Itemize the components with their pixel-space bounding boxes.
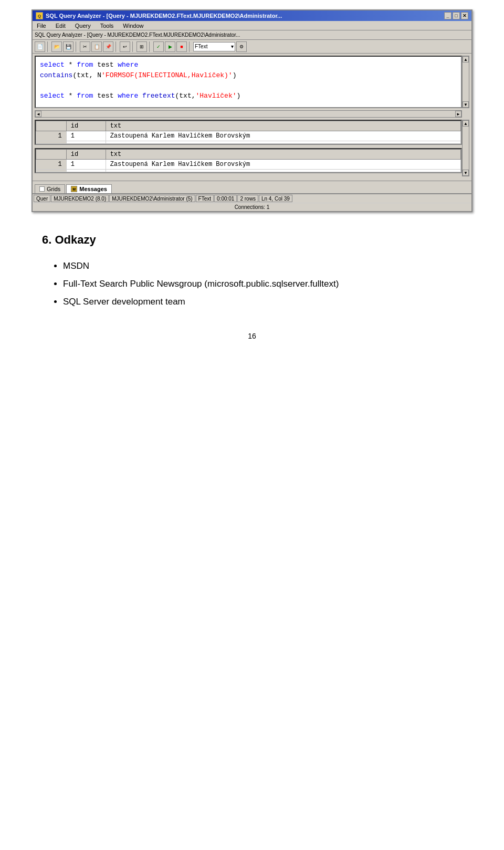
tb-sep-6	[189, 41, 191, 52]
bullet-item-1: Full-Text Search Public Newsgroup (micro…	[63, 275, 462, 293]
minimize-button[interactable]: _	[444, 12, 452, 19]
menu-tools[interactable]: Tools	[98, 22, 116, 29]
result2-row-1: 1 1 Zastoupená Karlem Havlíčkem Borovský…	[36, 160, 461, 170]
status-bar: Quer MJUREKDEMO2 (8.0) MJUREKDEMO2\Admin…	[33, 193, 471, 203]
save-button[interactable]: 💾	[63, 41, 74, 52]
tb-sep-3	[116, 41, 118, 52]
result-table-2: id txt 1 1 Zastoupená Karlem Havlíčkem B…	[36, 149, 461, 172]
results-scroll-up[interactable]: ▲	[463, 120, 469, 127]
result1-id-1: 1	[66, 131, 106, 141]
query-editor[interactable]: select * from test where contains(txt, N…	[36, 57, 461, 104]
status-rows: 2 rows	[237, 195, 258, 202]
messages-icon: M	[71, 186, 77, 192]
result1-col-id: id	[66, 121, 106, 131]
page-number: 16	[0, 332, 504, 351]
results-scroll-down[interactable]: ▼	[463, 170, 469, 176]
result1-rownum-1: 1	[36, 131, 67, 141]
tb-sep-2	[76, 41, 78, 52]
result1-col-txt: txt	[106, 121, 460, 131]
result1-rownum-empty	[36, 141, 67, 144]
result1-row-1: 1 1 Zastoupená Karlem Havlíčkem Borovský…	[36, 131, 461, 141]
menu-window[interactable]: Window	[121, 22, 145, 29]
tb-extra[interactable]: ⚙	[236, 41, 247, 52]
main-content: select * from test where contains(txt, N…	[33, 54, 471, 181]
bullet-item-2: SQL Server development team	[63, 293, 462, 311]
menu-query[interactable]: Query	[73, 22, 93, 29]
scroll-up[interactable]: ▲	[463, 56, 469, 62]
result2-rownum-1: 1	[36, 160, 67, 170]
status-user: MJUREKDEMO2\Administrator (5)	[109, 195, 195, 202]
query-pane-wrapper: select * from test where contains(txt, N…	[35, 56, 469, 108]
title-bar-controls[interactable]: _ □ ✕	[444, 12, 468, 19]
query-pane[interactable]: select * from test where contains(txt, N…	[35, 56, 462, 108]
menu-edit[interactable]: Edit	[54, 22, 68, 29]
open-button[interactable]: 📂	[51, 41, 62, 52]
grid-button[interactable]: ⊞	[136, 41, 147, 52]
result2-row-empty	[36, 170, 461, 172]
result2-txt-empty	[106, 170, 460, 172]
toolbar: 📄 📂 💾 ✂ 📋 📌 ↩ ⊞ ✓ ▶ ■ FText ▾ ⚙	[33, 40, 471, 54]
result1-row-empty	[36, 141, 461, 144]
db-dropdown-arrow: ▾	[231, 44, 234, 49]
connections-bar: Connections: 1	[33, 203, 471, 211]
bullet-list: MSDN Full-Text Search Public Newsgroup (…	[42, 257, 462, 311]
tab-messages[interactable]: M Messages	[66, 184, 112, 193]
query-hscrollbar-row: ◄ ►	[35, 110, 469, 118]
check-button[interactable]: ✓	[153, 41, 164, 52]
section-heading: 6. Odkazy	[42, 233, 462, 247]
result1-col-empty	[36, 121, 67, 131]
grids-checkbox[interactable]	[39, 186, 45, 192]
stop-button[interactable]: ■	[176, 41, 187, 52]
db-dropdown-value: FText	[195, 44, 207, 49]
new-query-button[interactable]: 📄	[35, 41, 45, 52]
result2-col-txt: txt	[106, 150, 460, 160]
query-vscrollbar[interactable]: ▲ ▼	[462, 56, 469, 108]
results-vscrollbar[interactable]: ▲ ▼	[462, 120, 469, 176]
messages-tab-label: Messages	[79, 186, 107, 192]
tab-grids[interactable]: Grids	[35, 184, 65, 193]
scroll-down[interactable]: ▼	[463, 101, 469, 108]
status-query: Quer	[34, 195, 50, 202]
copy-button[interactable]: 📋	[91, 41, 102, 52]
status-server: MJUREKDEMO2 (8.0)	[51, 195, 109, 202]
result-table-1: id txt 1 1 Zastoupená Karlem Havlíčkem B…	[36, 121, 461, 144]
scroll-left[interactable]: ◄	[35, 111, 41, 117]
menu-file[interactable]: File	[35, 22, 48, 29]
maximize-button[interactable]: □	[453, 12, 460, 19]
sql-window: Q SQL Query Analyzer - [Query - MJUREKDE…	[32, 9, 472, 212]
scroll-right[interactable]: ►	[455, 111, 461, 117]
result1-txt-1: Zastoupená Karlem Havlíčkem Borovským	[106, 131, 460, 141]
result2-rownum-empty	[36, 170, 67, 172]
grids-tab-label: Grids	[47, 186, 60, 192]
tb-sep-4	[132, 41, 134, 52]
tb-sep-5	[149, 41, 151, 52]
result1-id-empty	[66, 141, 106, 144]
window-title: SQL Query Analyzer - [Query - MJUREKDEMO…	[46, 13, 282, 19]
undo-button[interactable]: ↩	[120, 41, 130, 52]
title-bar-left: Q SQL Query Analyzer - [Query - MJUREKDE…	[36, 12, 282, 19]
status-time: 0:00:01	[214, 195, 237, 202]
second-title: SQL Query Analyzer - [Query - MJUREKDEMO…	[35, 32, 240, 38]
bullet-item-0: MSDN	[63, 257, 462, 275]
result-table-2-wrapper: id txt 1 1 Zastoupená Karlem Havlíčkem B…	[35, 148, 462, 173]
result2-col-empty	[36, 150, 67, 160]
text-section: 6. Odkazy MSDN Full-Text Search Public N…	[0, 212, 504, 332]
db-dropdown[interactable]: FText ▾	[193, 42, 235, 51]
status-position: Ln 4, Col 39	[259, 195, 292, 202]
query-hscrollbar[interactable]: ◄ ►	[35, 110, 462, 118]
close-button[interactable]: ✕	[461, 12, 468, 19]
paste-button[interactable]: 📌	[103, 41, 113, 52]
result2-id-1: 1	[66, 160, 106, 170]
title-bar: Q SQL Query Analyzer - [Query - MJUREKDE…	[33, 11, 471, 21]
execute-button[interactable]: ▶	[165, 41, 175, 52]
results-pane-wrapper: id txt 1 1 Zastoupená Karlem Havlíčkem B…	[35, 120, 469, 176]
result2-txt-1: Zastoupená Karlem Havlíčkem Borovským	[106, 160, 460, 170]
result-table-1-wrapper: id txt 1 1 Zastoupená Karlem Havlíčkem B…	[35, 120, 462, 145]
result2-col-id: id	[66, 150, 106, 160]
tab-bar: Grids M Messages	[33, 181, 471, 193]
second-menu-bar: SQL Query Analyzer - [Query - MJUREKDEMO…	[33, 30, 471, 40]
menu-bar: File Edit Query Tools Window	[33, 21, 471, 30]
tb-sep-1	[47, 41, 49, 52]
cut-button[interactable]: ✂	[80, 41, 90, 52]
result1-txt-empty	[106, 141, 460, 144]
